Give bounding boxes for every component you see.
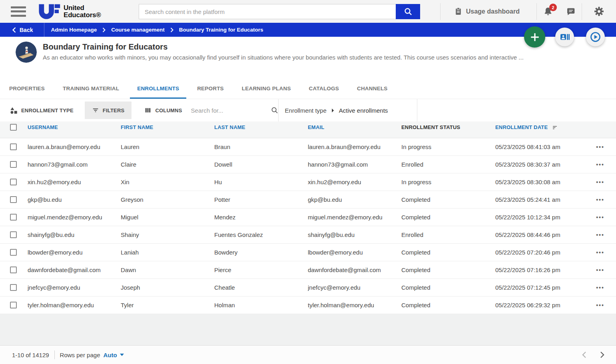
breadcrumb-item[interactable]: Boundary Training for Educators	[165, 27, 263, 33]
cell-enrollment-date: 05/23/2025 05:24:41 am	[495, 196, 584, 203]
filter-icon	[92, 107, 99, 114]
cell-last-name: Fuentes Gonzalez	[214, 231, 308, 238]
table-row[interactable]: shainyfg@bu.edu Shainy Fuentes Gonzalez …	[0, 226, 616, 244]
sort-icon[interactable]	[552, 125, 558, 130]
course-tab[interactable]: CATALOGS	[302, 78, 346, 99]
next-page-button[interactable]	[598, 349, 607, 361]
row-menu-button[interactable]: •••	[593, 247, 608, 258]
play-course-button[interactable]	[586, 28, 605, 46]
column-header[interactable]: FIRST NAME	[121, 124, 214, 130]
select-all-checkbox[interactable]	[10, 124, 17, 131]
cell-first-name: Xin	[121, 179, 214, 185]
breadcrumb-item[interactable]: Admin Homepage	[51, 27, 97, 33]
cell-email: dawnfordebate@gmail.com	[308, 267, 401, 273]
column-header[interactable]: LAST NAME	[214, 124, 308, 130]
chevron-right-icon	[102, 28, 106, 32]
global-search-input[interactable]	[139, 4, 396, 19]
cell-username: shainyfg@bu.edu	[28, 231, 121, 238]
row-menu-button[interactable]: •••	[593, 141, 608, 153]
row-menu-button[interactable]: •••	[593, 194, 608, 205]
row-menu-button[interactable]: •••	[593, 177, 608, 188]
messages-button[interactable]	[559, 0, 582, 23]
table-row[interactable]: lauren.a.braun@emory.edu Lauren Braun la…	[0, 138, 616, 156]
table-row[interactable]: gkp@bu.edu Greyson Potter gkp@bu.edu Com…	[0, 191, 616, 209]
row-checkbox[interactable]	[10, 249, 17, 256]
cell-enrollment-status: Completed	[401, 249, 495, 256]
row-menu-button[interactable]: •••	[593, 282, 608, 293]
row-menu-button[interactable]: •••	[593, 300, 608, 311]
table-row[interactable]: xin.hu2@emory.edu Xin Hu xin.hu2@emory.e…	[0, 173, 616, 191]
course-tab[interactable]: ENROLLMENTS	[130, 78, 186, 99]
course-tab[interactable]: TRAINING MATERIAL	[56, 78, 126, 99]
column-header[interactable]: USERNAME	[28, 124, 121, 130]
floating-actions	[524, 26, 605, 48]
rows-per-page-label: Rows per page	[60, 352, 100, 358]
table-row[interactable]: lbowder@emory.edu Laniah Bowdery lbowder…	[0, 244, 616, 261]
row-checkbox[interactable]	[10, 302, 17, 308]
cell-last-name: Mendez	[214, 214, 308, 221]
hamburger-menu-icon[interactable]	[11, 6, 26, 17]
filter-path-parent[interactable]: Enrollment type	[285, 107, 327, 114]
cell-email: shainyfg@bu.edu	[308, 231, 401, 238]
cell-first-name: Claire	[121, 161, 214, 168]
filters-button[interactable]: FILTERS	[85, 101, 132, 119]
row-checkbox[interactable]	[10, 284, 17, 291]
cell-email: jnefcyc@emory.edu	[308, 284, 401, 291]
row-checkbox[interactable]	[10, 161, 17, 168]
row-menu-button[interactable]: •••	[593, 229, 608, 241]
global-search-button[interactable]	[396, 4, 420, 19]
cell-enrollment-status: Completed	[401, 196, 495, 203]
enrollments-panel-button[interactable]	[555, 28, 574, 46]
course-avatar	[16, 42, 37, 63]
top-header: United Educators® Usage dashboard	[0, 0, 616, 23]
row-menu-button[interactable]: •••	[593, 212, 608, 223]
table-search-input[interactable]	[191, 107, 271, 114]
cell-enrollment-status: Enrolled	[401, 161, 495, 168]
cell-email: miguel.mendez@emory.edu	[308, 214, 401, 221]
column-header[interactable]: ENROLLMENT DATE	[495, 124, 584, 130]
cell-first-name: Joseph	[121, 284, 214, 291]
course-tab[interactable]: REPORTS	[190, 78, 231, 99]
row-checkbox[interactable]	[10, 214, 17, 221]
usage-dashboard-button[interactable]: Usage dashboard	[441, 0, 536, 23]
column-header[interactable]: EMAIL	[308, 124, 401, 130]
cell-username: miguel.mendez@emory.edu	[28, 214, 121, 221]
table-row[interactable]: tyler.holman@emory.edu Tyler Holman tyle…	[0, 296, 616, 314]
breadcrumb-item[interactable]: Course management	[97, 27, 165, 33]
cell-enrollment-status: Completed	[401, 284, 495, 291]
table-row[interactable]: jnefcyc@emory.edu Joseph Cheatle jnefcyc…	[0, 279, 616, 296]
course-tab[interactable]: PROPERTIES	[2, 78, 52, 99]
enrollment-type-button[interactable]: ENROLLMENT TYPE	[10, 107, 74, 114]
table-row[interactable]: miguel.mendez@emory.edu Miguel Mendez mi…	[0, 209, 616, 226]
add-button[interactable]	[524, 26, 545, 48]
table-row[interactable]: dawnfordebate@gmail.com Dawn Pierce dawn…	[0, 261, 616, 279]
notifications-button[interactable]: 2	[537, 0, 559, 23]
previous-page-button[interactable]	[579, 349, 589, 361]
breadcrumb-bar: Back Admin Homepage Course management Bo…	[0, 23, 616, 37]
back-button[interactable]: Back	[0, 23, 44, 37]
table-row[interactable]: hannon73@gmail.com Claire Dowell hannon7…	[0, 156, 616, 173]
cell-enrollment-date: 05/22/2025 08:44:46 pm	[495, 231, 584, 238]
row-menu-button[interactable]: •••	[593, 265, 608, 276]
columns-button[interactable]: COLUMNS	[144, 107, 182, 114]
divider	[44, 23, 44, 37]
search-icon[interactable]	[271, 106, 279, 114]
settings-button[interactable]	[582, 0, 616, 23]
row-checkbox[interactable]	[10, 267, 17, 273]
row-checkbox[interactable]	[10, 143, 17, 150]
course-tab[interactable]: CHANNELS	[350, 78, 395, 99]
row-checkbox[interactable]	[10, 196, 17, 203]
row-checkbox[interactable]	[10, 231, 17, 238]
cell-username: dawnfordebate@gmail.com	[28, 267, 121, 273]
cell-last-name: Braun	[214, 143, 308, 150]
row-menu-button[interactable]: •••	[593, 159, 608, 170]
cell-enrollment-date: 05/22/2025 07:20:46 pm	[495, 249, 584, 256]
course-title: Boundary Training for Educators	[43, 42, 167, 52]
chevron-left-icon	[12, 27, 16, 33]
clipboard-icon	[454, 7, 462, 16]
rows-per-page-select[interactable]: Auto	[103, 352, 124, 358]
filter-path-child[interactable]: Active enrollments	[339, 107, 388, 114]
column-header[interactable]: ENROLLMENT STATUS	[401, 124, 495, 130]
row-checkbox[interactable]	[10, 179, 17, 185]
course-tab[interactable]: LEARNING PLANS	[235, 78, 298, 99]
